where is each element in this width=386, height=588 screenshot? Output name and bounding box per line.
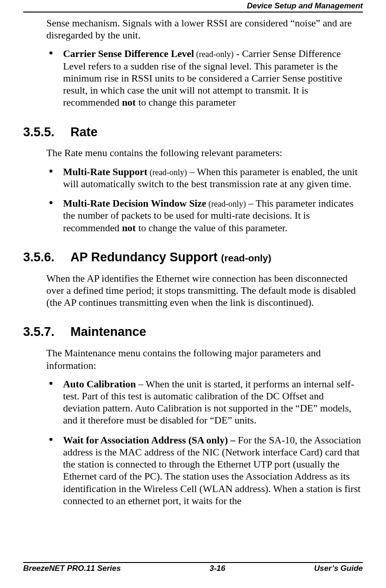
bullet-list: Auto Calibration – When the unit is star… <box>46 378 361 507</box>
sep: – <box>136 379 146 390</box>
section-title: Rate <box>70 125 98 140</box>
list-item: Carrier Sense Difference Level (read-onl… <box>46 48 361 108</box>
section-number: 3.5.7. <box>23 324 70 340</box>
footer-center: 3-16 <box>209 564 225 573</box>
paragraph: The Maintenance menu contains the follow… <box>46 347 361 371</box>
read-only-annot: (read-only) <box>147 168 187 177</box>
footer-rule <box>23 562 363 563</box>
section-number: 3.5.5. <box>23 125 70 140</box>
paragraph: The Rate menu contains the following rel… <box>46 147 361 159</box>
footer-left: BreezeNET PRO.11 Series <box>23 564 121 573</box>
item-body: to change this parameter <box>136 97 236 108</box>
read-only-annot: (read-only) <box>206 199 246 209</box>
section-title: AP Redundancy Support (read-only) <box>70 250 272 265</box>
emphasis-not: not <box>122 222 136 234</box>
section-title-text: AP Redundancy Support <box>70 250 221 264</box>
item-title: Multi-Rate Decision Window Size <box>63 198 206 209</box>
footer: BreezeNET PRO.11 Series 3-16 User’s Guid… <box>23 562 363 573</box>
paragraph: When the AP identifies the Ethernet wire… <box>46 272 361 309</box>
bullet-list: Multi-Rate Support (read-only) – When th… <box>46 166 361 234</box>
sep: – <box>246 198 256 209</box>
item-title: Multi-Rate Support <box>63 166 147 177</box>
section-heading-ap-redundancy: 3.5.6. AP Redundancy Support (read-only) <box>23 250 361 265</box>
footer-right: User’s Guide <box>314 564 363 573</box>
item-body: to change the value of this parameter. <box>136 222 287 234</box>
header-rule <box>23 12 363 13</box>
read-only-annot: (read-only) <box>194 50 234 59</box>
body-column: Sense mechanism. Signals with a lower RS… <box>23 17 363 507</box>
section-title: Maintenance <box>70 324 146 340</box>
page: Device Setup and Management Sense mechan… <box>0 0 386 588</box>
item-title: Wait for Association Address (SA only) – <box>63 435 238 446</box>
sep: - <box>234 48 242 59</box>
bullet-list: Carrier Sense Difference Level (read-onl… <box>46 48 361 108</box>
footer-row: BreezeNET PRO.11 Series 3-16 User’s Guid… <box>23 564 363 573</box>
section-number: 3.5.6. <box>23 250 70 265</box>
list-item: Auto Calibration – When the unit is star… <box>46 378 361 427</box>
list-item: Multi-Rate Support (read-only) – When th… <box>46 166 361 190</box>
emphasis-not: not <box>122 97 136 108</box>
continued-paragraph: Sense mechanism. Signals with a lower RS… <box>46 17 361 41</box>
list-item: Multi-Rate Decision Window Size (read-on… <box>46 197 361 234</box>
section-annot: (read-only) <box>221 253 272 263</box>
running-header: Device Setup and Management <box>23 1 363 12</box>
sep: – <box>187 166 197 177</box>
item-title: Carrier Sense Difference Level <box>63 48 194 59</box>
section-heading-maintenance: 3.5.7. Maintenance <box>23 324 361 340</box>
list-item: Wait for Association Address (SA only) –… <box>46 434 361 507</box>
section-heading-rate: 3.5.5. Rate <box>23 125 361 140</box>
item-title: Auto Calibration <box>63 379 136 390</box>
